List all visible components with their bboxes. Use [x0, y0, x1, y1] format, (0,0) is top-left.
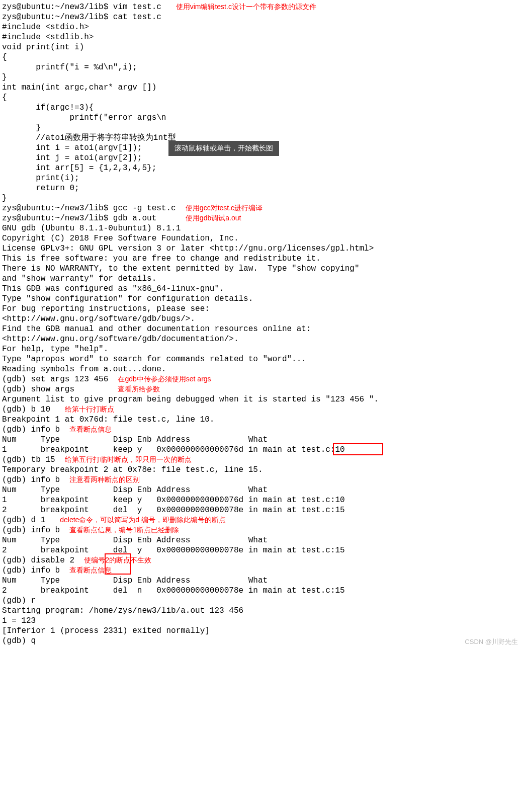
cmd-text: zys@ubuntu:~/new3/lib$ gdb a.out — [2, 214, 186, 223]
terminal-line: 1 breakpoint keep y 0x000000000000076d i… — [2, 445, 520, 455]
terminal-line: } — [2, 193, 520, 203]
terminal-line: void print(int i) — [2, 42, 520, 52]
terminal-line: Type "apropos word" to search for comman… — [2, 354, 520, 364]
terminal-line: (gdb) r — [2, 596, 520, 606]
terminal-line: (gdb) info b 查看断点信息 — [2, 425, 520, 435]
watermark: CSDN @川野先生 — [465, 638, 518, 646]
terminal-line: int arr[5] = {1,2,3,4,5}; — [2, 163, 520, 173]
terminal-line: if(argc!=3){ — [2, 103, 520, 113]
terminal-line: Starting program: /home/zys/new3/lib/a.o… — [2, 606, 520, 616]
terminal-line: zys@ubuntu:~/new3/lib$ gcc -g test.c 使用g… — [2, 203, 520, 213]
terminal-line: } — [2, 123, 520, 133]
cmd-text: (gdb) set args 123 456 — [2, 375, 118, 384]
terminal-line: There is NO WARRANTY, to the extent perm… — [2, 264, 520, 274]
cmd-text: (gdb) info b — [2, 475, 69, 484]
annotation: 给第十行打断点 — [65, 405, 114, 413]
terminal-line: Num Type Disp Enb Address What — [2, 576, 520, 586]
annotation: 查看所给参数 — [118, 385, 160, 393]
terminal-line: (gdb) q — [2, 636, 520, 646]
terminal-line: Type "show configuration" for configurat… — [2, 294, 520, 304]
terminal-line: 2 breakpoint del y 0x000000000000078e in… — [2, 505, 520, 515]
cmd-text: (gdb) disable 2 — [2, 556, 84, 565]
annotation: 使用gdb调试a.out — [186, 214, 241, 222]
terminal-line: return 0; — [2, 183, 520, 193]
terminal-line: License GPLv3+: GNU GPL version 3 or lat… — [2, 243, 520, 254]
terminal-line: <http://www.gnu.org/software/gdb/bugs/>. — [2, 314, 520, 324]
terminal-line: int main(int argc,char* argv []) — [2, 83, 520, 93]
terminal-line: { — [2, 93, 520, 103]
annotation: 查看断点信息 — [69, 566, 112, 574]
cmd-text: (gdb) info b — [2, 425, 69, 434]
terminal-line: Breakpoint 1 at 0x76d: file test.c, line… — [2, 415, 520, 425]
terminal-line: <http://www.gnu.org/software/gdb/documen… — [2, 334, 520, 344]
annotation: 使用vim编辑test.c设计一个带有参数的源文件 — [176, 3, 316, 11]
terminal-line: printf("i = %d\n",i); — [2, 62, 520, 72]
annotation: 使用gcc对test.c进行编译 — [186, 204, 263, 212]
terminal-line: Num Type Disp Enb Address What — [2, 535, 520, 545]
annotation: 给第五行打临时断点，即只用一次的断点 — [65, 455, 192, 463]
terminal-line: For bug reporting instructions, please s… — [2, 304, 520, 314]
cmd-text: (gdb) b 10 — [2, 405, 65, 414]
cmd-text: zys@ubuntu:~/new3/lib$ vim test.c — [2, 3, 176, 12]
terminal-line: zys@ubuntu:~/new3/lib$ vim test.c 使用vim编… — [2, 2, 520, 12]
terminal-line: 2 breakpoint del y 0x000000000000078e in… — [2, 545, 520, 555]
terminal-line: i = 123 — [2, 616, 520, 626]
terminal-line: GNU gdb (Ubuntu 8.1.1-0ubuntu1) 8.1.1 — [2, 223, 520, 233]
terminal-line: This GDB was configured as "x86_64-linux… — [2, 284, 520, 294]
cmd-text: (gdb) info b — [2, 566, 69, 575]
terminal-line: This is free software: you are free to c… — [2, 254, 520, 264]
annotation: delete命令，可以简写为d 编号，即删除此编号的断点 — [60, 516, 226, 524]
terminal-line: } — [2, 72, 520, 83]
terminal-line: Copyright (C) 2018 Free Software Foundat… — [2, 233, 520, 243]
terminal-line: Reading symbols from a.out...done. — [2, 364, 520, 374]
terminal-line: print(i); — [2, 173, 520, 183]
cmd-text: (gdb) d 1 — [2, 516, 60, 525]
terminal-line: Temporary breakpoint 2 at 0x78e: file te… — [2, 465, 520, 475]
annotation: 注意看两种断点的区别 — [69, 475, 140, 483]
terminal-line: Find the GDB manual and other documentat… — [2, 324, 520, 334]
terminal-line: (gdb) tb 15 给第五行打临时断点，即只用一次的断点 — [2, 455, 520, 465]
terminal-line: #include <stdio.h> — [2, 22, 520, 32]
terminal-line: 1 breakpoint keep y 0x000000000000076d i… — [2, 495, 520, 505]
terminal-line: #include <stdlib.h> — [2, 32, 520, 42]
annotation: 查看断点信息，编号1断点已经删除 — [69, 526, 179, 534]
terminal-line: 2 breakpoint del n 0x000000000000078e in… — [2, 586, 520, 596]
terminal-line: Num Type Disp Enb Address What — [2, 435, 520, 445]
screenshot-tooltip[interactable]: 滚动鼠标轴或单击，开始截长图 — [168, 141, 279, 156]
annotation: 查看断点信息 — [69, 425, 112, 433]
terminal-line: zys@ubuntu:~/new3/lib$ gdb a.out 使用gdb调试… — [2, 213, 520, 223]
terminal-line: (gdb) info b 查看断点信息 — [2, 565, 520, 576]
terminal-line: (gdb) info b 查看断点信息，编号1断点已经删除 — [2, 525, 520, 535]
terminal-line: (gdb) disable 2 使编号2的断点不生效 — [2, 555, 520, 565]
cmd-text: (gdb) show args — [2, 385, 118, 394]
terminal-line: (gdb) d 1 delete命令，可以简写为d 编号，即删除此编号的断点 — [2, 515, 520, 525]
terminal-line: Argument list to give program being debu… — [2, 394, 520, 404]
terminal-line: (gdb) show args 查看所给参数 — [2, 384, 520, 394]
terminal-line: (gdb) info b 注意看两种断点的区别 — [2, 475, 520, 485]
terminal-line: and "show warranty" for details. — [2, 274, 520, 284]
cmd-text: zys@ubuntu:~/new3/lib$ gcc -g test.c — [2, 204, 186, 213]
terminal-line: printf("error args\n — [2, 113, 520, 123]
terminal-line: { — [2, 52, 520, 62]
cmd-text: (gdb) tb 15 — [2, 455, 65, 464]
terminal-line: [Inferior 1 (process 2331) exited normal… — [2, 626, 520, 636]
terminal-line: (gdb) set args 123 456 在gdb中传参必须使用set ar… — [2, 374, 520, 384]
terminal-line: zys@ubuntu:~/new3/lib$ cat test.c — [2, 12, 520, 22]
terminal-output: zys@ubuntu:~/new3/lib$ vim test.c 使用vim编… — [2, 2, 520, 646]
annotation: 在gdb中传参必须使用set args — [118, 375, 211, 383]
terminal-line: (gdb) b 10 给第十行打断点 — [2, 404, 520, 415]
terminal-line: Num Type Disp Enb Address What — [2, 485, 520, 495]
cmd-text: (gdb) info b — [2, 526, 69, 535]
annotation: 使编号2的断点不生效 — [84, 556, 151, 564]
terminal-line: For help, type "help". — [2, 344, 520, 354]
